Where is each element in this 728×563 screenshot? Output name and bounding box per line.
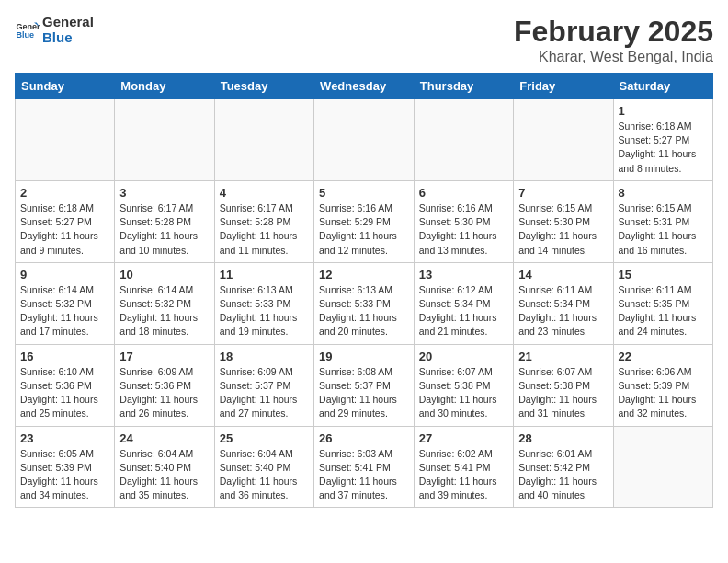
day-header-thursday: Thursday bbox=[414, 74, 513, 99]
day-info: Sunrise: 6:06 AM Sunset: 5:39 PM Dayligh… bbox=[619, 365, 709, 421]
day-header-friday: Friday bbox=[514, 74, 613, 99]
day-info: Sunrise: 6:14 AM Sunset: 5:32 PM Dayligh… bbox=[20, 283, 109, 339]
calendar-cell: 23Sunrise: 6:05 AM Sunset: 5:39 PM Dayli… bbox=[16, 426, 115, 508]
day-number: 3 bbox=[119, 186, 209, 200]
day-number: 10 bbox=[119, 268, 209, 282]
calendar-cell: 3Sunrise: 6:17 AM Sunset: 5:28 PM Daylig… bbox=[115, 180, 214, 262]
day-info: Sunrise: 6:11 AM Sunset: 5:35 PM Dayligh… bbox=[619, 283, 709, 339]
logo-icon: General Blue bbox=[15, 17, 40, 43]
day-header-tuesday: Tuesday bbox=[214, 74, 313, 99]
day-number: 14 bbox=[518, 268, 608, 282]
calendar-table: SundayMondayTuesdayWednesdayThursdayFrid… bbox=[15, 73, 713, 508]
day-header-saturday: Saturday bbox=[613, 74, 713, 99]
day-number: 21 bbox=[518, 350, 608, 363]
day-info: Sunrise: 6:16 AM Sunset: 5:30 PM Dayligh… bbox=[419, 201, 508, 258]
logo: General Blue General Blue bbox=[15, 15, 94, 45]
day-number: 2 bbox=[20, 186, 109, 200]
day-number: 18 bbox=[220, 350, 309, 363]
calendar-cell: 6Sunrise: 6:16 AM Sunset: 5:30 PM Daylig… bbox=[414, 180, 513, 262]
calendar-cell: 21Sunrise: 6:07 AM Sunset: 5:38 PM Dayli… bbox=[514, 344, 613, 426]
day-info: Sunrise: 6:16 AM Sunset: 5:29 PM Dayligh… bbox=[319, 201, 409, 258]
calendar-week-1: 1Sunrise: 6:18 AM Sunset: 5:27 PM Daylig… bbox=[16, 99, 713, 181]
svg-text:Blue: Blue bbox=[16, 30, 34, 40]
day-info: Sunrise: 6:15 AM Sunset: 5:30 PM Dayligh… bbox=[518, 201, 608, 258]
calendar-cell: 26Sunrise: 6:03 AM Sunset: 5:41 PM Dayli… bbox=[314, 426, 415, 508]
day-info: Sunrise: 6:05 AM Sunset: 5:39 PM Dayligh… bbox=[20, 447, 109, 503]
logo-general: General bbox=[42, 15, 94, 30]
calendar-cell: 2Sunrise: 6:18 AM Sunset: 5:27 PM Daylig… bbox=[16, 180, 115, 262]
day-info: Sunrise: 6:10 AM Sunset: 5:36 PM Dayligh… bbox=[20, 365, 109, 421]
calendar-cell bbox=[613, 426, 713, 508]
day-number: 25 bbox=[220, 431, 309, 445]
calendar-cell: 5Sunrise: 6:16 AM Sunset: 5:29 PM Daylig… bbox=[314, 180, 415, 262]
calendar-cell: 18Sunrise: 6:09 AM Sunset: 5:37 PM Dayli… bbox=[214, 344, 313, 426]
day-number: 16 bbox=[20, 350, 109, 363]
calendar-cell bbox=[214, 99, 313, 181]
day-header-wednesday: Wednesday bbox=[314, 74, 415, 99]
day-info: Sunrise: 6:17 AM Sunset: 5:28 PM Dayligh… bbox=[119, 201, 209, 258]
day-number: 1 bbox=[619, 104, 709, 118]
day-info: Sunrise: 6:04 AM Sunset: 5:40 PM Dayligh… bbox=[119, 447, 209, 503]
calendar-week-2: 2Sunrise: 6:18 AM Sunset: 5:27 PM Daylig… bbox=[16, 180, 713, 262]
day-number: 8 bbox=[619, 186, 709, 200]
page-header: General Blue General Blue February 2025 … bbox=[15, 15, 713, 65]
day-number: 6 bbox=[419, 186, 508, 200]
day-number: 27 bbox=[419, 431, 508, 445]
day-header-monday: Monday bbox=[115, 74, 214, 99]
calendar-cell: 15Sunrise: 6:11 AM Sunset: 5:35 PM Dayli… bbox=[613, 262, 713, 344]
day-info: Sunrise: 6:13 AM Sunset: 5:33 PM Dayligh… bbox=[319, 283, 409, 339]
day-number: 11 bbox=[220, 268, 309, 282]
calendar-week-5: 23Sunrise: 6:05 AM Sunset: 5:39 PM Dayli… bbox=[16, 426, 713, 508]
calendar-subtitle: Kharar, West Bengal, India bbox=[514, 49, 713, 65]
calendar-cell: 12Sunrise: 6:13 AM Sunset: 5:33 PM Dayli… bbox=[314, 262, 415, 344]
calendar-cell: 1Sunrise: 6:18 AM Sunset: 5:27 PM Daylig… bbox=[613, 99, 713, 181]
day-info: Sunrise: 6:09 AM Sunset: 5:37 PM Dayligh… bbox=[220, 365, 309, 421]
day-info: Sunrise: 6:04 AM Sunset: 5:40 PM Dayligh… bbox=[220, 447, 309, 503]
day-info: Sunrise: 6:07 AM Sunset: 5:38 PM Dayligh… bbox=[419, 365, 508, 421]
day-number: 28 bbox=[518, 431, 608, 445]
day-number: 5 bbox=[319, 186, 409, 200]
calendar-week-3: 9Sunrise: 6:14 AM Sunset: 5:32 PM Daylig… bbox=[16, 262, 713, 344]
calendar-cell: 9Sunrise: 6:14 AM Sunset: 5:32 PM Daylig… bbox=[16, 262, 115, 344]
day-info: Sunrise: 6:02 AM Sunset: 5:41 PM Dayligh… bbox=[419, 447, 508, 503]
day-info: Sunrise: 6:08 AM Sunset: 5:37 PM Dayligh… bbox=[319, 365, 409, 421]
calendar-cell: 19Sunrise: 6:08 AM Sunset: 5:37 PM Dayli… bbox=[314, 344, 415, 426]
calendar-week-4: 16Sunrise: 6:10 AM Sunset: 5:36 PM Dayli… bbox=[16, 344, 713, 426]
calendar-title: February 2025 bbox=[514, 15, 713, 49]
calendar-cell: 14Sunrise: 6:11 AM Sunset: 5:34 PM Dayli… bbox=[514, 262, 613, 344]
day-info: Sunrise: 6:09 AM Sunset: 5:36 PM Dayligh… bbox=[119, 365, 209, 421]
calendar-cell bbox=[115, 99, 214, 181]
day-number: 12 bbox=[319, 268, 409, 282]
calendar-cell bbox=[414, 99, 513, 181]
calendar-cell: 22Sunrise: 6:06 AM Sunset: 5:39 PM Dayli… bbox=[613, 344, 713, 426]
calendar-cell bbox=[514, 99, 613, 181]
day-info: Sunrise: 6:11 AM Sunset: 5:34 PM Dayligh… bbox=[518, 283, 608, 339]
day-number: 7 bbox=[518, 186, 608, 200]
calendar-cell bbox=[16, 99, 115, 181]
calendar-cell: 13Sunrise: 6:12 AM Sunset: 5:34 PM Dayli… bbox=[414, 262, 513, 344]
day-number: 22 bbox=[619, 350, 709, 363]
day-info: Sunrise: 6:03 AM Sunset: 5:41 PM Dayligh… bbox=[319, 447, 409, 503]
day-info: Sunrise: 6:17 AM Sunset: 5:28 PM Dayligh… bbox=[220, 201, 309, 258]
calendar-cell: 24Sunrise: 6:04 AM Sunset: 5:40 PM Dayli… bbox=[115, 426, 214, 508]
day-info: Sunrise: 6:18 AM Sunset: 5:27 PM Dayligh… bbox=[619, 120, 709, 176]
day-info: Sunrise: 6:01 AM Sunset: 5:42 PM Dayligh… bbox=[518, 447, 608, 503]
calendar-cell: 28Sunrise: 6:01 AM Sunset: 5:42 PM Dayli… bbox=[514, 426, 613, 508]
day-number: 13 bbox=[419, 268, 508, 282]
calendar-cell: 7Sunrise: 6:15 AM Sunset: 5:30 PM Daylig… bbox=[514, 180, 613, 262]
day-number: 26 bbox=[319, 431, 409, 445]
day-number: 15 bbox=[619, 268, 709, 282]
day-number: 24 bbox=[119, 431, 209, 445]
day-number: 20 bbox=[419, 350, 508, 363]
calendar-cell: 25Sunrise: 6:04 AM Sunset: 5:40 PM Dayli… bbox=[214, 426, 313, 508]
calendar-cell bbox=[314, 99, 415, 181]
day-info: Sunrise: 6:12 AM Sunset: 5:34 PM Dayligh… bbox=[419, 283, 508, 339]
calendar-cell: 27Sunrise: 6:02 AM Sunset: 5:41 PM Dayli… bbox=[414, 426, 513, 508]
calendar-cell: 11Sunrise: 6:13 AM Sunset: 5:33 PM Dayli… bbox=[214, 262, 313, 344]
day-info: Sunrise: 6:07 AM Sunset: 5:38 PM Dayligh… bbox=[518, 365, 608, 421]
calendar-header-row: SundayMondayTuesdayWednesdayThursdayFrid… bbox=[16, 74, 713, 99]
day-number: 4 bbox=[220, 186, 309, 200]
calendar-cell: 16Sunrise: 6:10 AM Sunset: 5:36 PM Dayli… bbox=[16, 344, 115, 426]
day-number: 9 bbox=[20, 268, 109, 282]
calendar-cell: 17Sunrise: 6:09 AM Sunset: 5:36 PM Dayli… bbox=[115, 344, 214, 426]
